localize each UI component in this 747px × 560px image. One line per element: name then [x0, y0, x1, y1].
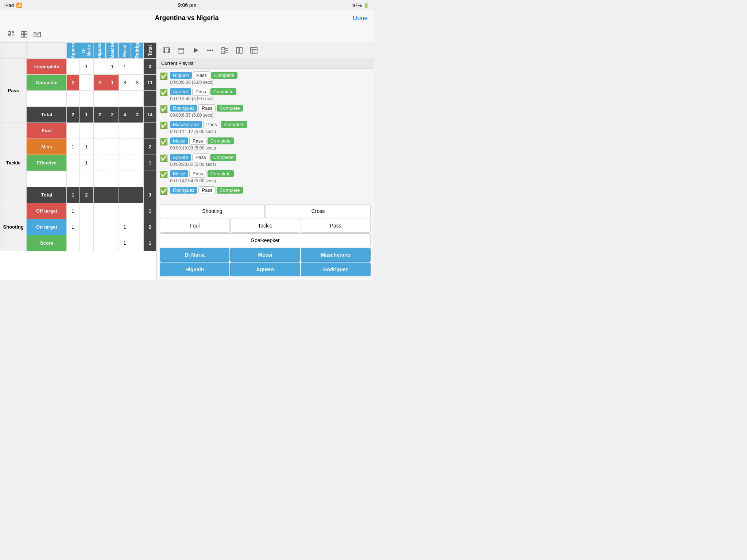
svg-line-20	[183, 48, 183, 49]
list-item[interactable]: ✅ Rodriguez Pass Complete	[157, 185, 374, 197]
action-row-players-2: Higuain Aguero Rodriguez	[160, 262, 371, 276]
mail-icon[interactable]	[31, 28, 44, 41]
result-tag: Complete	[217, 105, 243, 112]
result-tag: Complete	[210, 88, 237, 95]
svg-rect-29	[251, 47, 257, 53]
action-tag: Pass	[198, 104, 216, 112]
player-tag: Messi	[170, 170, 188, 177]
category-pass: Pass	[0, 59, 27, 123]
table-icon[interactable]	[247, 44, 260, 57]
svg-marker-21	[194, 48, 198, 53]
playlist-time: 00:00:11.12 (5.00 secs)	[170, 129, 247, 134]
rodriguez-button[interactable]: Rodriguez	[301, 262, 371, 276]
action-buttons: Shooting Cross Foul Tackle Pass Goalkeep…	[157, 201, 374, 280]
svg-line-19	[181, 48, 181, 49]
result-tag: Complete	[210, 154, 237, 161]
action-tag: Pass	[189, 137, 206, 145]
svg-rect-0	[8, 31, 11, 34]
row-label-ontarget: On target	[27, 219, 67, 235]
stats-table: Aguero Di Maria Higuain Mascherano Messi…	[0, 42, 156, 251]
status-left: iPad 📶	[4, 3, 22, 8]
film-icon[interactable]	[160, 44, 173, 57]
list-item[interactable]: ✅ Mascherano Pass Complete 00:00:11.12 (…	[157, 119, 374, 136]
player-tag: Rodriguez	[170, 105, 197, 112]
higuain-button[interactable]: Higuain	[160, 262, 229, 276]
shooting-button[interactable]: Shooting	[160, 204, 265, 218]
dots-icon[interactable]	[204, 44, 217, 57]
playlist-items: ✅ Higuain Pass Complete 00:00:0.00 (5.00…	[157, 69, 374, 201]
svg-rect-28	[240, 47, 242, 53]
main-toolbar	[0, 26, 374, 42]
action-row-players-1: Di Maria Messi Mascherano	[160, 248, 371, 262]
checklist-icon[interactable]	[4, 28, 18, 41]
list-item[interactable]: ✅ Rodriguez Pass Complete 00:00:6.35 (5.…	[157, 103, 374, 119]
player-tag: Higuain	[170, 72, 192, 79]
list-item[interactable]: ✅ Aguero Pass Complete 00:00:3.40 (5.00 …	[157, 86, 374, 103]
svg-rect-7	[21, 35, 24, 37]
action-tag: Pass	[198, 186, 216, 194]
row-label-incomplete: Incomplete	[27, 59, 67, 75]
col-rodriguez: Rodriguez	[131, 43, 143, 59]
playlist-time: 00:00:6.35 (5.00 secs)	[170, 113, 243, 118]
messi-button[interactable]: Messi	[230, 248, 300, 262]
row-label-tackle-total: Total	[27, 187, 67, 203]
svg-rect-27	[236, 47, 239, 53]
squares-icon[interactable]	[18, 28, 31, 41]
col-total: Total	[144, 43, 156, 59]
svg-rect-25	[222, 47, 224, 50]
row-label-offtarget: Off target	[27, 203, 67, 219]
svg-point-24	[212, 50, 213, 51]
svg-point-22	[207, 50, 209, 51]
clapper-icon[interactable]	[174, 44, 187, 57]
check-icon: ✅	[160, 72, 168, 80]
row-label-total: Total	[27, 107, 67, 123]
check-icon: ✅	[160, 154, 168, 162]
tackle-button[interactable]: Tackle	[230, 219, 300, 233]
playlist-time: 00:00:42.84 (5.00 secs)	[170, 178, 234, 183]
main-container: Aguero Di Maria Higuain Mascherano Messi…	[0, 42, 374, 280]
square2-icon[interactable]	[233, 44, 246, 57]
check-icon: ✅	[160, 105, 168, 113]
player-tag: Aguero	[170, 88, 191, 95]
row-label-score: Score	[27, 235, 67, 251]
action-tag: Pass	[192, 88, 209, 96]
svg-rect-10	[163, 48, 170, 53]
action-tag: Pass	[189, 170, 206, 178]
stats-panel: Aguero Di Maria Higuain Mascherano Messi…	[0, 42, 157, 280]
dimaria-button[interactable]: Di Maria	[160, 248, 229, 262]
col-messi: Messi	[119, 43, 131, 59]
check-icon: ✅	[160, 171, 168, 179]
battery-icon: 🔋	[363, 3, 369, 8]
table-row: Pass Incomplete 1 1 1 3	[0, 59, 156, 75]
list-item[interactable]: ✅ Messi Pass Complete 00:00:19.03 (5.00 …	[157, 136, 374, 152]
mascherano-button[interactable]: Mascherano	[301, 248, 371, 262]
goalkeeper-button[interactable]: Goalkeepker	[160, 233, 371, 247]
status-time: 9:06 pm	[178, 2, 197, 8]
status-bar: iPad 📶 9:06 pm 97% 🔋	[0, 0, 374, 10]
checklist2-icon[interactable]	[218, 44, 231, 57]
done-button[interactable]: Done	[353, 15, 368, 22]
play-icon[interactable]	[189, 44, 202, 57]
svg-point-23	[209, 50, 211, 51]
row-label-effective: Effective	[27, 155, 67, 171]
playlist-time: 00:00:28.02 (5.00 secs)	[170, 162, 236, 167]
foul-button[interactable]: Foul	[160, 219, 229, 233]
row-label-foul: Foul	[27, 123, 67, 139]
empty-header	[0, 43, 27, 59]
list-item[interactable]: ✅ Higuain Pass Complete 00:00:0.00 (5.00…	[157, 70, 374, 86]
action-tag: Pass	[192, 153, 209, 161]
list-item[interactable]: ✅ Aguero Pass Complete 00:00:28.02 (5.00…	[157, 152, 374, 168]
action-row-1: Shooting Cross	[160, 204, 371, 218]
result-tag: Complete	[208, 170, 234, 177]
cross-button[interactable]: Cross	[266, 204, 371, 218]
wifi-icon: 📶	[16, 3, 22, 8]
result-tag: Complete	[211, 72, 237, 79]
svg-line-18	[179, 48, 179, 49]
list-item[interactable]: ✅ Messi Pass Complete 00:00:42.84 (5.00 …	[157, 168, 374, 185]
pass-button[interactable]: Pass	[301, 219, 371, 233]
aguero-button[interactable]: Aguero	[230, 262, 300, 276]
svg-rect-26	[222, 51, 224, 54]
result-tag: Complete	[217, 187, 243, 194]
title-bar: Argentina vs Nigeria Done	[0, 10, 374, 26]
col-higuain: Higuain	[93, 43, 106, 59]
